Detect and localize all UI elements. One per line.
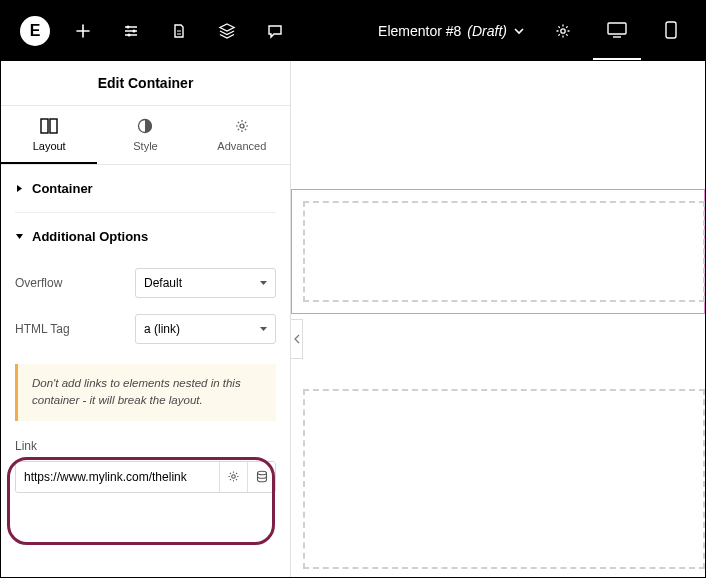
svg-rect-5 xyxy=(666,22,676,38)
notes-button[interactable] xyxy=(251,1,299,61)
htmltag-label: HTML Tag xyxy=(15,322,135,336)
desktop-view-button[interactable] xyxy=(593,2,641,60)
caret-right-icon xyxy=(15,184,24,193)
editor-sidebar: Edit Container Layout Style Advanced Con… xyxy=(1,61,291,577)
link-input-row xyxy=(15,461,276,493)
gear-icon xyxy=(234,118,250,134)
htmltag-select[interactable]: a (link) xyxy=(135,314,276,344)
document-icon xyxy=(171,23,187,39)
section-container-label: Container xyxy=(32,181,93,196)
svg-point-0 xyxy=(127,26,130,29)
warning-notice: Don't add links to elements nested in th… xyxy=(15,364,276,421)
logo-letter: E xyxy=(30,22,41,40)
sidebar-collapse-handle[interactable] xyxy=(291,319,303,359)
svg-point-1 xyxy=(133,30,136,33)
contrast-icon xyxy=(137,118,153,134)
plus-icon xyxy=(75,23,91,39)
topbar-left: E xyxy=(11,1,299,61)
tab-layout-label: Layout xyxy=(33,140,66,152)
main-area: Edit Container Layout Style Advanced Con… xyxy=(1,61,705,577)
link-label: Link xyxy=(15,439,276,453)
overflow-select[interactable]: Default xyxy=(135,268,276,298)
overflow-row: Overflow Default xyxy=(15,260,276,306)
desktop-icon xyxy=(607,22,627,38)
database-icon xyxy=(256,470,268,483)
svg-point-11 xyxy=(257,471,266,475)
mobile-icon xyxy=(665,21,677,39)
add-element-button[interactable] xyxy=(59,1,107,61)
link-control: Link xyxy=(15,439,276,493)
tab-advanced-label: Advanced xyxy=(217,140,266,152)
site-settings-button[interactable] xyxy=(107,1,155,61)
overflow-label: Overflow xyxy=(15,276,135,290)
tab-advanced[interactable]: Advanced xyxy=(194,106,290,164)
sliders-icon xyxy=(123,23,139,39)
section-additional-options[interactable]: Additional Options xyxy=(15,213,276,260)
top-toolbar: E Elementor #8 (Draft) xyxy=(1,1,705,61)
structure-button[interactable] xyxy=(155,1,203,61)
link-options-button[interactable] xyxy=(219,462,247,492)
svg-rect-7 xyxy=(50,119,57,133)
canvas-preview[interactable] xyxy=(291,61,705,577)
svg-point-3 xyxy=(561,29,565,33)
tab-layout[interactable]: Layout xyxy=(1,106,97,164)
mobile-view-button[interactable] xyxy=(647,2,695,60)
gear-icon xyxy=(555,23,571,39)
container-dashed-lower[interactable] xyxy=(303,389,705,569)
doc-status: (Draft) xyxy=(467,23,507,39)
layers-icon xyxy=(218,22,236,40)
layout-icon xyxy=(40,118,58,134)
panel-body: Container Additional Options Overflow De… xyxy=(1,165,290,577)
document-title[interactable]: Elementor #8 (Draft) xyxy=(370,23,533,39)
svg-point-10 xyxy=(232,475,236,479)
caret-down-icon xyxy=(15,232,24,241)
svg-point-2 xyxy=(128,34,131,37)
elementor-logo[interactable]: E xyxy=(11,1,59,61)
chevron-left-icon xyxy=(294,334,300,344)
chevron-down-icon xyxy=(513,25,525,37)
tab-style-label: Style xyxy=(133,140,157,152)
history-button[interactable] xyxy=(203,1,251,61)
gear-icon xyxy=(227,470,240,483)
tab-style[interactable]: Style xyxy=(97,106,193,164)
svg-rect-6 xyxy=(41,119,48,133)
topbar-right: Elementor #8 (Draft) xyxy=(370,1,695,61)
section-additional-label: Additional Options xyxy=(32,229,148,244)
svg-rect-4 xyxy=(608,23,626,34)
dynamic-tags-button[interactable] xyxy=(247,462,275,492)
htmltag-row: HTML Tag a (link) xyxy=(15,306,276,352)
htmltag-select-wrap: a (link) xyxy=(135,314,276,344)
overflow-select-wrap: Default xyxy=(135,268,276,298)
sidebar-title: Edit Container xyxy=(1,61,290,106)
page-settings-button[interactable] xyxy=(539,1,587,61)
container-inner-dashed xyxy=(303,201,705,302)
panel-tabs: Layout Style Advanced xyxy=(1,106,290,165)
doc-name: Elementor #8 xyxy=(378,23,461,39)
svg-point-9 xyxy=(240,124,244,128)
chat-icon xyxy=(267,23,283,39)
section-container[interactable]: Container xyxy=(15,165,276,213)
link-url-input[interactable] xyxy=(16,462,219,492)
